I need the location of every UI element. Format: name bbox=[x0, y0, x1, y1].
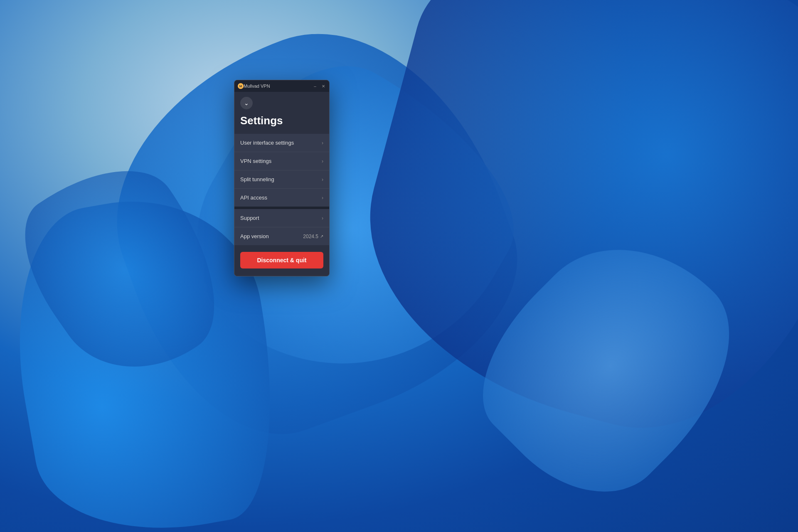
menu-item-vpn-settings[interactable]: VPN settings › bbox=[234, 152, 329, 170]
mullvad-vpn-window: M Mullvad VPN – ✕ ⌄ Settings User interf… bbox=[234, 80, 330, 276]
external-link-icon: ↗ bbox=[320, 234, 323, 239]
app-version-value: 2024.5 ↗ bbox=[303, 234, 323, 239]
user-interface-settings-label: User interface settings bbox=[240, 140, 294, 146]
disconnect-quit-button[interactable]: Disconnect & quit bbox=[240, 252, 323, 268]
vpn-settings-label: VPN settings bbox=[240, 158, 271, 164]
app-version-number: 2024.5 bbox=[303, 234, 318, 239]
minimize-button[interactable]: – bbox=[313, 84, 318, 89]
chevron-right-icon: › bbox=[322, 140, 323, 146]
support-right: › bbox=[322, 215, 323, 221]
titlebar-controls: – ✕ bbox=[313, 84, 326, 89]
titlebar: M Mullvad VPN – ✕ bbox=[234, 80, 329, 92]
split-tunneling-label: Split tunneling bbox=[240, 176, 274, 182]
api-access-label: API access bbox=[240, 195, 267, 201]
split-tunneling-right: › bbox=[322, 177, 323, 182]
app-version-row[interactable]: App version 2024.5 ↗ bbox=[234, 227, 329, 245]
main-menu-section: User interface settings › VPN settings ›… bbox=[234, 134, 329, 207]
close-button[interactable]: ✕ bbox=[321, 84, 326, 89]
menu-item-api-access[interactable]: API access › bbox=[234, 188, 329, 207]
disconnect-area: Disconnect & quit bbox=[234, 245, 329, 276]
app-version-label: App version bbox=[240, 233, 269, 239]
back-button-area: ⌄ bbox=[234, 92, 329, 113]
chevron-down-icon: ⌄ bbox=[244, 100, 249, 106]
chevron-right-icon: › bbox=[322, 158, 323, 164]
titlebar-title: Mullvad VPN bbox=[244, 84, 313, 89]
menu-item-split-tunneling[interactable]: Split tunneling › bbox=[234, 170, 329, 188]
api-access-right: › bbox=[322, 195, 323, 201]
user-interface-settings-right: › bbox=[322, 140, 323, 146]
support-label: Support bbox=[240, 215, 259, 221]
chevron-right-icon: › bbox=[322, 195, 323, 201]
secondary-menu-section: Support › App version 2024.5 ↗ bbox=[234, 209, 329, 245]
menu-item-user-interface-settings[interactable]: User interface settings › bbox=[234, 134, 329, 152]
vpn-settings-right: › bbox=[322, 158, 323, 164]
mullvad-logo-icon: M bbox=[238, 83, 244, 89]
settings-title: Settings bbox=[234, 113, 329, 134]
chevron-right-icon: › bbox=[322, 215, 323, 221]
chevron-right-icon: › bbox=[322, 177, 323, 182]
wallpaper-swirls bbox=[0, 0, 798, 532]
window-body: ⌄ Settings User interface settings › VPN… bbox=[234, 92, 329, 276]
back-button[interactable]: ⌄ bbox=[240, 97, 253, 109]
menu-item-support[interactable]: Support › bbox=[234, 209, 329, 227]
